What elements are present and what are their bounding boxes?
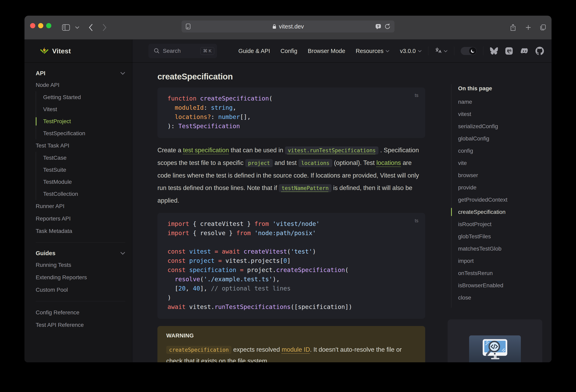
code-line: const project = vitest.projects[0] [168, 256, 425, 265]
toc-item-close[interactable]: close [458, 292, 545, 304]
toc-item-import[interactable]: import [458, 255, 545, 267]
sidebar-dropdown-chevron-icon[interactable] [74, 16, 81, 39]
text-run: expects resolved [231, 346, 282, 353]
browser-window: vitest.dev [25, 16, 551, 362]
toc-item-createspecification[interactable]: createSpecification [458, 206, 545, 218]
nav-separator [483, 47, 483, 55]
code-line [168, 238, 425, 247]
toc-item-globalconfig[interactable]: globalConfig [458, 132, 545, 145]
text-run: Create a [157, 147, 183, 154]
sidebar-section-api[interactable]: API [36, 68, 128, 79]
sidebar-item-config-reference[interactable]: Config Reference [36, 306, 128, 319]
sidebar-item-testsuite[interactable]: TestSuite [43, 164, 128, 176]
sidebar-item-test-api-reference[interactable]: Test API Reference [36, 319, 128, 331]
article: createSpecification ts function createSp… [157, 62, 425, 362]
search-placeholder: Search [163, 48, 181, 54]
sidebar-item-extending-reporters[interactable]: Extending Reporters [36, 271, 128, 284]
sidebar-item-testmodule[interactable]: TestModule [43, 176, 128, 188]
translate-icon [435, 47, 442, 55]
sidebar-item-testspecification[interactable]: TestSpecification [43, 127, 128, 139]
reload-icon[interactable] [384, 23, 390, 30]
inline-code-link-vitest-runtestspecifications[interactable]: vitest.runTestSpecifications [285, 147, 378, 154]
search-input[interactable]: Search ⌘ K [148, 44, 217, 58]
new-tab-icon[interactable] [523, 16, 533, 39]
nav-link-browser-mode[interactable]: Browser Mode [308, 48, 345, 54]
traffic-light-close[interactable] [30, 23, 35, 28]
toc-item-globtestfiles[interactable]: globTestFiles [458, 230, 545, 242]
moon-icon [469, 47, 476, 55]
search-icon [154, 48, 160, 54]
inline-code-link-testnamepattern[interactable]: testNamePattern [279, 184, 332, 192]
page-format-icon[interactable] [186, 24, 191, 30]
sidebar-section-guides[interactable]: Guides [36, 247, 128, 259]
toc-item-browser[interactable]: browser [458, 169, 545, 181]
sidebar-item-task-metadata[interactable]: Task Metadata [36, 225, 128, 237]
nav-links: Guide & APIConfigBrowser ModeResourcesv3… [238, 48, 422, 54]
on-this-page: On this page namevitestserializedConfigg… [451, 84, 545, 307]
traffic-light-minimize[interactable] [38, 23, 43, 28]
share-icon[interactable] [508, 16, 518, 39]
sidebar-toggle-icon[interactable] [60, 16, 71, 39]
toc-item-ontestsrerun[interactable]: onTestsRerun [458, 267, 545, 279]
nav-link-v3-0-0[interactable]: v3.0.0 [400, 48, 422, 54]
tab-overview-icon[interactable] [538, 16, 548, 39]
toc-item-vitest[interactable]: vitest [458, 108, 545, 120]
sidebar-item-reporters-api[interactable]: Reporters API [36, 212, 128, 225]
code-block-example: ts import { createVitest } from 'vitest/… [157, 213, 425, 319]
sidebar-item-vitest[interactable]: Vitest [43, 103, 128, 115]
toc-item-name[interactable]: name [458, 96, 545, 108]
theme-toggle[interactable] [461, 47, 477, 55]
toc-item-vite[interactable]: vite [458, 157, 545, 169]
chevron-down-icon [418, 50, 422, 52]
toc-item-provide[interactable]: provide [458, 181, 545, 194]
nav-link-guide-api[interactable]: Guide & API [238, 48, 270, 54]
nav-link-config[interactable]: Config [281, 48, 297, 54]
sidebar-item-testproject[interactable]: TestProject [43, 115, 128, 127]
toc-item-getprovidedcontext[interactable]: getProvidedContext [458, 194, 545, 206]
sidebar-item-getting-started[interactable]: Getting Started [43, 91, 128, 103]
description-paragraph: Create a test specification that can be … [157, 144, 425, 207]
address-bar[interactable]: vitest.dev [181, 21, 395, 32]
nav-link-label: v3.0.0 [400, 48, 416, 54]
site: Vitest APINode APIGetting StartedVitestT… [25, 39, 551, 362]
toc-item-isbrowserenabled[interactable]: isBrowserEnabled [458, 279, 545, 292]
sidebar-section-label: Guides [36, 250, 55, 257]
nav-link-resources[interactable]: Resources [356, 48, 389, 54]
bluesky-icon[interactable] [490, 47, 498, 55]
toc-item-isrootproject[interactable]: isRootProject [458, 218, 545, 230]
search-shortcut: ⌘ K [200, 47, 214, 55]
code-block-signature: ts function createSpecification( moduleI… [157, 88, 425, 138]
nav-separator [454, 47, 454, 55]
discord-icon[interactable] [520, 47, 529, 55]
code-line: await vitest.runTestSpecifications([spec… [168, 302, 425, 312]
inline-link-module-id[interactable]: module ID [282, 346, 310, 353]
text-run: and test [273, 159, 298, 166]
toc-item-config[interactable]: config [458, 145, 545, 157]
inline-link-locations[interactable]: locations [376, 159, 401, 166]
sidebar-item-test-task-api[interactable]: Test Task API [36, 139, 128, 152]
mastodon-icon[interactable] [505, 47, 513, 55]
sidebar-item-testcase[interactable]: TestCase [43, 152, 128, 164]
sidebar-subgroup: TestCaseTestSuiteTestModuleTestCollectio… [36, 152, 128, 200]
main-column: Search ⌘ K Guide & APIConfigBrowser Mode… [132, 39, 551, 362]
sponsor-card[interactable] [448, 319, 542, 362]
toc-item-serializedconfig[interactable]: serializedConfig [458, 120, 545, 132]
logo[interactable]: Vitest [25, 39, 132, 62]
forward-button[interactable] [99, 16, 110, 39]
toc-item-matchestestglob[interactable]: matchesTestGlob [458, 242, 545, 255]
sidebar-item-testcollection[interactable]: TestCollection [43, 188, 128, 200]
language-menu[interactable] [435, 47, 448, 55]
back-button[interactable] [86, 16, 96, 39]
sidebar-item-custom-pool[interactable]: Custom Pool [36, 284, 128, 296]
inline-link-test-specification[interactable]: test specification [183, 147, 229, 154]
sidebar-item-node-api[interactable]: Node API [36, 79, 128, 91]
text-run: that can be used in [229, 147, 285, 154]
traffic-light-zoom[interactable] [46, 23, 51, 28]
sidebar-item-running-tests[interactable]: Running Tests [36, 259, 128, 271]
sidebar-item-runner-api[interactable]: Runner API [36, 200, 128, 212]
sidebar-divider [36, 301, 125, 301]
github-icon[interactable] [536, 47, 544, 55]
translate-badge-icon[interactable] [375, 24, 381, 30]
code-line: ) [168, 293, 425, 302]
chevron-down-icon [120, 72, 125, 75]
